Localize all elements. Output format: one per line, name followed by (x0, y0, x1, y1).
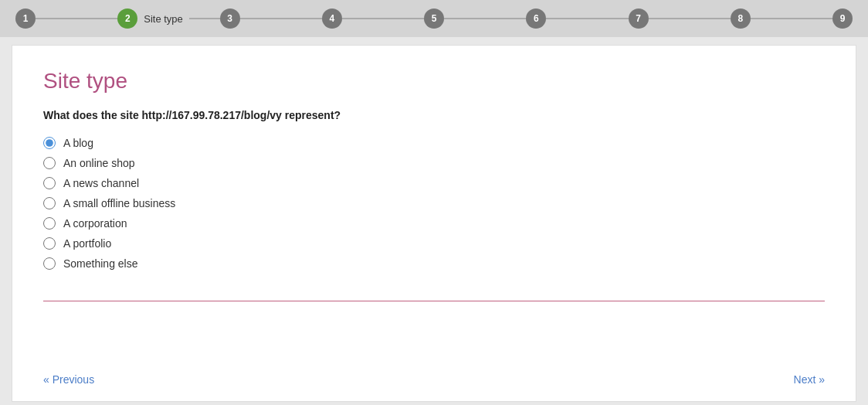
option-label-4: A small offline business (63, 197, 175, 209)
step-1-container: 1 (15, 9, 117, 29)
divider (43, 301, 825, 301)
radio-opt7[interactable] (43, 257, 56, 270)
step-8-container: 8 (731, 9, 832, 29)
radio-opt3[interactable] (43, 177, 56, 189)
list-item[interactable]: Something else (43, 257, 825, 270)
step-5-container: 5 (424, 9, 526, 29)
radio-opt5[interactable] (43, 217, 56, 230)
step-3-container: 3 (220, 9, 322, 29)
step-2-line (189, 18, 220, 19)
page-title: Site type (43, 69, 825, 94)
radio-opt6[interactable] (43, 237, 56, 250)
step-8-line (751, 18, 832, 19)
step-3-line (240, 18, 322, 19)
step-9-container: 9 (832, 9, 853, 29)
step-7-line (649, 18, 731, 19)
radio-opt4[interactable] (43, 197, 56, 209)
step-2-container: 2 Site type (117, 9, 219, 29)
step-7-container: 7 (629, 9, 731, 29)
main-card: Site type What does the site http://167.… (12, 45, 856, 402)
option-label-3: A news channel (63, 177, 139, 189)
list-item[interactable]: A news channel (43, 177, 825, 189)
option-label-7: Something else (63, 257, 138, 270)
list-item[interactable]: A corporation (43, 217, 825, 230)
step-9-circle: 9 (832, 9, 853, 29)
step-6-container: 6 (526, 9, 628, 29)
step-2-circle: 2 (117, 9, 137, 29)
step-3-circle: 3 (220, 9, 240, 29)
list-item[interactable]: An online shop (43, 157, 825, 169)
question-text: What does the site http://167.99.78.217/… (43, 109, 825, 121)
step-8-circle: 8 (731, 9, 751, 29)
step-4-line (342, 18, 424, 19)
list-item[interactable]: A small offline business (43, 197, 825, 209)
step-2-label: Site type (144, 13, 183, 25)
step-7-circle: 7 (629, 9, 649, 29)
step-6-line (546, 18, 628, 19)
step-5-line (444, 18, 526, 19)
step-5-circle: 5 (424, 9, 444, 29)
options-list: A blog An online shop A news channel A s… (43, 137, 825, 270)
option-label-5: A corporation (63, 217, 127, 230)
radio-opt1[interactable] (43, 137, 56, 149)
nav-footer: « Previous Next » (43, 373, 825, 386)
option-label-6: A portfolio (63, 237, 111, 250)
step-6-circle: 6 (526, 9, 546, 29)
option-label-1: A blog (63, 137, 93, 149)
step-4-circle: 4 (322, 9, 342, 29)
step-1-circle: 1 (15, 9, 36, 29)
progress-bar: 1 2 Site type 3 4 5 6 7 8 9 (0, 0, 868, 37)
list-item[interactable]: A blog (43, 137, 825, 149)
step-4-container: 4 (322, 9, 424, 29)
radio-opt2[interactable] (43, 157, 56, 169)
step-1-line (36, 18, 117, 19)
previous-link[interactable]: « Previous (43, 373, 94, 386)
next-link[interactable]: Next » (794, 373, 825, 386)
option-label-2: An online shop (63, 157, 135, 169)
list-item[interactable]: A portfolio (43, 237, 825, 250)
